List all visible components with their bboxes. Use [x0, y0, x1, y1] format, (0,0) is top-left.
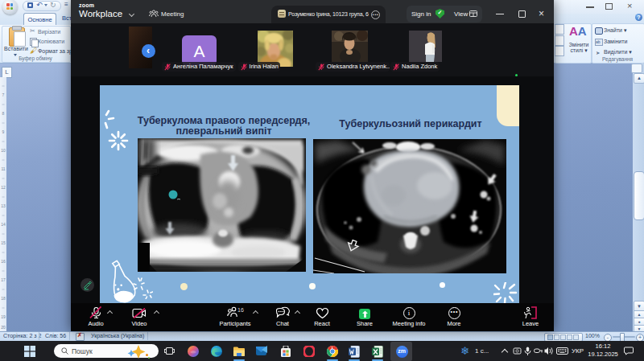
svg-text:20: 20 [1, 325, 6, 330]
svg-text:10: 10 [1, 148, 6, 153]
svg-text:13: 13 [1, 203, 6, 208]
svg-text:9: 9 [2, 129, 5, 134]
svg-text:17: 17 [1, 277, 6, 282]
svg-text:7: 7 [2, 92, 5, 97]
svg-text:15: 15 [1, 240, 6, 245]
svg-text:8: 8 [2, 111, 5, 116]
svg-text:18: 18 [1, 296, 6, 301]
svg-text:16: 16 [1, 259, 6, 264]
svg-text:11: 11 [1, 166, 5, 171]
svg-text:12: 12 [1, 185, 6, 190]
svg-text:14: 14 [1, 222, 6, 227]
svg-text:19: 19 [1, 314, 6, 319]
